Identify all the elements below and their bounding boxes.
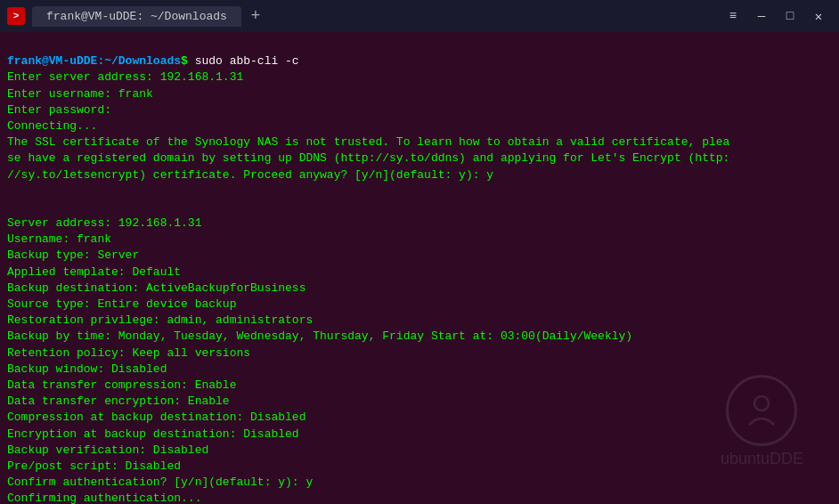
tab-area: frank@VM-uDDE: ~/Downloads + xyxy=(7,5,720,27)
line-username-entry: Enter username: frank xyxy=(7,87,153,101)
watermark-circle xyxy=(726,375,797,446)
line-blank xyxy=(7,200,14,214)
line-source: Source type: Entire device backup xyxy=(7,297,236,311)
line-server: Server address: 192.168.1.31 xyxy=(7,216,201,230)
line-schedule: Backup by time: Monday, Tuesday, Wednesd… xyxy=(7,329,632,343)
line-enc-dest: Encryption at backup destination: Disabl… xyxy=(7,427,299,441)
line-connecting: Connecting... xyxy=(7,119,97,133)
close-button[interactable]: ✕ xyxy=(805,3,832,29)
line-username: Username: frank xyxy=(7,232,111,246)
line-comp-dest: Compression at backup destination: Disab… xyxy=(7,411,305,424)
ssl-warning: The SSL certificate of the Synology NAS … xyxy=(7,135,729,181)
terminal-body[interactable]: frank@VM-uDDE:~/Downloads$ sudo abb-cli … xyxy=(0,32,839,504)
watermark: ubuntuDDE xyxy=(721,375,803,468)
line-retention: Retention policy: Keep all versions xyxy=(7,346,250,360)
active-tab[interactable]: frank@VM-uDDE: ~/Downloads xyxy=(32,6,241,27)
svg-point-0 xyxy=(754,396,769,411)
minimize-button[interactable]: — xyxy=(748,3,775,29)
terminal-icon xyxy=(7,7,25,25)
line-script: Pre/post script: Disabled xyxy=(7,459,181,473)
line-server-address: Enter server address: 192.168.1.31 xyxy=(7,70,243,84)
line-template: Applied template: Default xyxy=(7,265,181,279)
line-compression: Data transfer compression: Enable xyxy=(7,378,236,392)
menu-button[interactable]: ≡ xyxy=(720,3,746,29)
prompt-1: frank@VM-uDDE:~/Downloads$ xyxy=(7,54,195,68)
line-encryption: Data transfer encryption: Enable xyxy=(7,394,230,408)
terminal-output: frank@VM-uDDE:~/Downloads$ sudo abb-cli … xyxy=(7,37,832,504)
tab-label: frank@VM-uDDE: ~/Downloads xyxy=(46,10,227,23)
maximize-button[interactable]: □ xyxy=(777,3,803,29)
window-controls: ≡ — □ ✕ xyxy=(720,3,832,29)
line-password: Enter password: xyxy=(7,103,111,117)
line-restoration: Restoration privilege: admin, administra… xyxy=(7,313,313,327)
line-confirm: Confirm authentication? [y/n](default: y… xyxy=(7,476,313,489)
line-destination: Backup destination: ActiveBackupforBusin… xyxy=(7,281,305,295)
line-verification: Backup verification: Disabled xyxy=(7,443,208,457)
line-backup-type: Backup type: Server xyxy=(7,248,139,262)
line-window: Backup window: Disabled xyxy=(7,362,167,376)
watermark-logo-icon xyxy=(742,391,781,430)
titlebar: frank@VM-uDDE: ~/Downloads + ≡ — □ ✕ xyxy=(0,0,839,32)
watermark-text: ubuntuDDE xyxy=(721,450,803,468)
terminal-window: frank@VM-uDDE: ~/Downloads + ≡ — □ ✕ fra… xyxy=(0,0,839,504)
line-confirming: Confirming authentication... xyxy=(7,492,201,504)
add-tab-button[interactable]: + xyxy=(245,5,266,27)
command-text: sudo abb-cli -c xyxy=(195,54,299,68)
